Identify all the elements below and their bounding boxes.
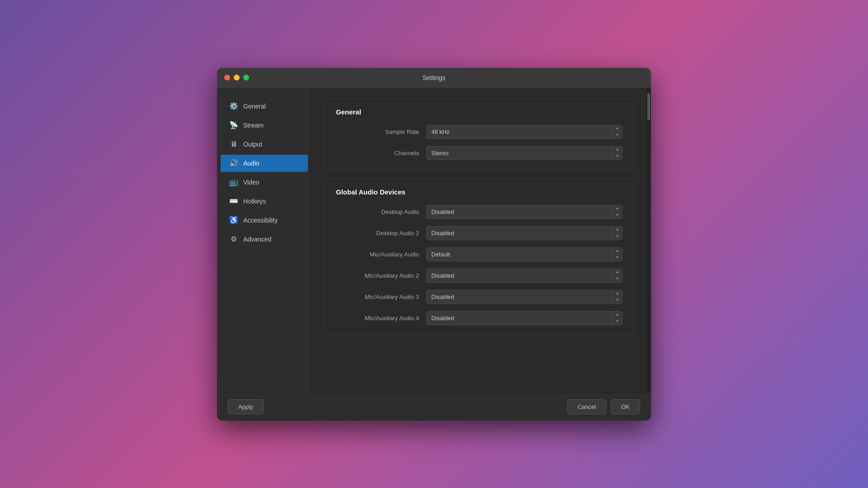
cancel-button[interactable]: Cancel: [567, 399, 606, 414]
sidebar-item-label-hotkeys: Hotkeys: [243, 198, 266, 205]
desktop-audio-label: Desktop Audio: [336, 208, 426, 215]
mic-audio2-wrap: Disabled Default ▲ ▼: [426, 269, 623, 283]
ok-button[interactable]: OK: [611, 399, 640, 414]
sidebar-item-hotkeys[interactable]: ⌨️Hotkeys: [221, 193, 308, 210]
sidebar-item-label-audio: Audio: [243, 160, 259, 167]
sidebar-item-video[interactable]: 📺Video: [221, 174, 308, 191]
hotkeys-icon: ⌨️: [230, 197, 238, 205]
mic-audio-row: Mic/Auxiliary Audio Default Disabled ▲ ▼: [336, 247, 623, 261]
mic-audio-select[interactable]: Default Disabled: [426, 247, 623, 261]
mic-audio2-label: Mic/Auxiliary Audio 2: [336, 272, 426, 279]
close-button[interactable]: [224, 75, 230, 81]
channels-row: Channels Stereo Mono 2.1 4.0 5.1 7.1: [336, 146, 623, 160]
window-title: Settings: [423, 74, 446, 81]
content-area: General Sample Rate 48 kHz 44.1 kHz ▲: [312, 88, 646, 393]
footer: Apply Cancel OK: [217, 393, 651, 421]
mic-audio4-select[interactable]: Disabled Default: [426, 311, 623, 325]
sample-rate-label: Sample Rate: [336, 128, 426, 135]
footer-left: Apply: [228, 399, 264, 414]
scrollbar-track[interactable]: [646, 88, 651, 393]
global-audio-section-title: Global Audio Devices: [336, 188, 623, 196]
settings-window: Settings ⚙️General📡Stream🖥Output🔊Audio📺V…: [217, 68, 651, 421]
sample-rate-row: Sample Rate 48 kHz 44.1 kHz ▲ ▼: [336, 125, 623, 139]
mic-audio4-row: Mic/Auxiliary Audio 4 Disabled Default ▲…: [336, 311, 623, 325]
window-body: ⚙️General📡Stream🖥Output🔊Audio📺Video⌨️Hot…: [217, 88, 651, 393]
desktop-audio2-row: Desktop Audio 2 Disabled Default ▲ ▼: [336, 226, 623, 240]
sample-rate-wrap: 48 kHz 44.1 kHz ▲ ▼: [426, 125, 623, 139]
sidebar-item-audio[interactable]: 🔊Audio: [221, 155, 308, 172]
audio-icon: 🔊: [230, 159, 238, 167]
desktop-audio-wrap: Disabled Default ▲ ▼: [426, 205, 623, 219]
apply-button[interactable]: Apply: [228, 399, 264, 414]
sidebar-item-label-advanced: Advanced: [243, 236, 271, 243]
sidebar-item-accessibility[interactable]: ♿Accessibility: [221, 212, 308, 229]
global-audio-section: Global Audio Devices Desktop Audio Disab…: [325, 179, 634, 335]
sample-rate-select[interactable]: 48 kHz 44.1 kHz: [426, 125, 623, 139]
content-scroll[interactable]: General Sample Rate 48 kHz 44.1 kHz ▲: [312, 88, 646, 393]
general-section: General Sample Rate 48 kHz 44.1 kHz ▲: [325, 99, 634, 170]
channels-select[interactable]: Stereo Mono 2.1 4.0 5.1 7.1: [426, 146, 623, 160]
desktop-audio-select[interactable]: Disabled Default: [426, 205, 623, 219]
desktop-audio2-label: Desktop Audio 2: [336, 230, 426, 237]
general-icon: ⚙️: [230, 102, 238, 110]
titlebar: Settings: [217, 68, 651, 88]
sidebar-item-label-accessibility: Accessibility: [243, 217, 278, 224]
mic-audio4-wrap: Disabled Default ▲ ▼: [426, 311, 623, 325]
window-controls: [224, 75, 249, 81]
mic-audio-wrap: Default Disabled ▲ ▼: [426, 247, 623, 261]
accessibility-icon: ♿: [230, 216, 238, 224]
stream-icon: 📡: [230, 121, 238, 129]
advanced-icon: ⚙: [230, 235, 238, 243]
video-icon: 📺: [230, 178, 238, 186]
sidebar-item-label-stream: Stream: [243, 122, 264, 129]
mic-audio2-select[interactable]: Disabled Default: [426, 269, 623, 283]
channels-wrap: Stereo Mono 2.1 4.0 5.1 7.1 ▲ ▼: [426, 146, 623, 160]
channels-label: Channels: [336, 150, 426, 156]
footer-right: Cancel OK: [567, 399, 640, 414]
minimize-button[interactable]: [234, 75, 240, 81]
desktop-audio-row: Desktop Audio Disabled Default ▲ ▼: [336, 205, 623, 219]
mic-audio2-row: Mic/Auxiliary Audio 2 Disabled Default ▲…: [336, 269, 623, 283]
sidebar-item-label-output: Output: [243, 141, 262, 148]
mic-audio4-label: Mic/Auxiliary Audio 4: [336, 315, 426, 322]
mic-audio3-label: Mic/Auxiliary Audio 3: [336, 294, 426, 300]
general-section-title: General: [336, 108, 623, 116]
sidebar-item-output[interactable]: 🖥Output: [221, 136, 308, 153]
desktop-audio2-wrap: Disabled Default ▲ ▼: [426, 226, 623, 240]
sidebar-item-label-general: General: [243, 103, 266, 110]
sidebar-item-label-video: Video: [243, 179, 259, 186]
scrollbar-thumb[interactable]: [647, 93, 650, 120]
desktop-audio2-select[interactable]: Disabled Default: [426, 226, 623, 240]
mic-audio-label: Mic/Auxiliary Audio: [336, 251, 426, 258]
output-icon: 🖥: [230, 140, 238, 148]
sidebar-item-general[interactable]: ⚙️General: [221, 98, 308, 115]
mic-audio3-select[interactable]: Disabled Default: [426, 290, 623, 304]
maximize-button[interactable]: [243, 75, 249, 81]
mic-audio3-wrap: Disabled Default ▲ ▼: [426, 290, 623, 304]
mic-audio3-row: Mic/Auxiliary Audio 3 Disabled Default ▲…: [336, 290, 623, 304]
sidebar: ⚙️General📡Stream🖥Output🔊Audio📺Video⌨️Hot…: [217, 88, 312, 393]
sidebar-item-advanced[interactable]: ⚙Advanced: [221, 231, 308, 248]
sidebar-item-stream[interactable]: 📡Stream: [221, 117, 308, 134]
